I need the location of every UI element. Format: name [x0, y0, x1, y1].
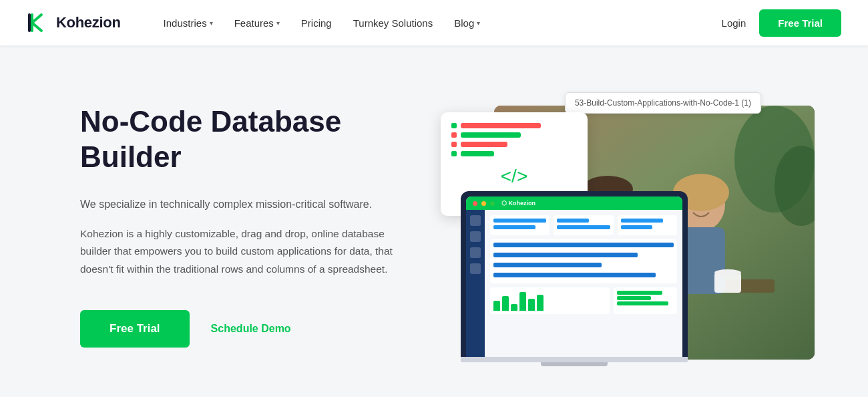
logo-icon	[27, 11, 51, 35]
data-bar	[617, 301, 668, 305]
laptop-mockup: ⬡ Kohezion	[461, 191, 688, 366]
sidebar-dot	[470, 215, 481, 226]
chevron-down-icon: ▾	[210, 19, 213, 27]
laptop-data-card	[490, 239, 677, 283]
laptop-base	[461, 357, 688, 362]
laptop-card	[490, 215, 550, 235]
data-bar	[621, 225, 653, 229]
ui-card-rows	[451, 123, 577, 156]
data-bar	[493, 263, 602, 267]
laptop-main-content	[485, 210, 682, 357]
window-dot-green	[490, 201, 495, 206]
sidebar-dot	[470, 247, 481, 258]
nav-item-turnkey[interactable]: Turnkey Solutions	[344, 12, 443, 34]
laptop-brand-text: ⬡ Kohezion	[501, 200, 535, 207]
laptop-card	[618, 215, 677, 235]
sidebar-dot	[470, 263, 481, 274]
bar-red-long	[461, 123, 541, 128]
data-bar	[557, 219, 589, 223]
laptop-screen-inner: ⬡ Kohezion	[466, 196, 682, 357]
schedule-demo-link[interactable]: Schedule Demo	[211, 323, 291, 335]
chevron-down-icon: ▾	[477, 19, 480, 27]
window-dot-yellow	[481, 201, 486, 206]
hero-subtitle: We specialize in technically complex mis…	[80, 196, 414, 213]
nav-item-pricing[interactable]: Pricing	[292, 12, 341, 34]
free-trial-button[interactable]: Free Trial	[759, 9, 841, 37]
hero-description: Kohezion is a highly customizable, drag …	[80, 225, 414, 278]
laptop-chart-row	[490, 287, 677, 314]
logo-text: Kohezion	[56, 14, 121, 31]
image-tooltip: 53-Build-Custom-Applications-with-No-Cod…	[565, 92, 761, 114]
data-bar	[493, 273, 656, 277]
code-icon: </>	[451, 166, 577, 187]
laptop-mini-card	[614, 287, 677, 314]
hero-title: No-Code Database Builder	[80, 104, 414, 175]
chart-bars	[493, 291, 606, 311]
logo[interactable]: Kohezion	[27, 11, 121, 35]
row-dot	[451, 123, 457, 128]
nav-item-industries[interactable]: Industries ▾	[154, 12, 222, 34]
chart-bar	[502, 296, 509, 311]
navbar: Kohezion Industries ▾ Features ▾ Pricing…	[0, 0, 868, 45]
nav-right: Login Free Trial	[722, 9, 841, 37]
nav-item-blog[interactable]: Blog ▾	[445, 12, 489, 34]
row-dot	[451, 142, 457, 147]
chevron-down-icon: ▾	[276, 19, 280, 27]
chart-bar	[528, 299, 535, 311]
bar-green-med	[461, 132, 521, 138]
login-link[interactable]: Login	[722, 17, 746, 29]
row-dot	[451, 151, 457, 156]
data-bar	[617, 291, 662, 295]
laptop-screen-outer: ⬡ Kohezion	[461, 191, 688, 357]
hero-right: 53-Build-Custom-Applications-with-No-Cod…	[441, 86, 815, 366]
ui-row	[451, 123, 577, 128]
laptop-content	[466, 210, 682, 357]
svg-point-15	[714, 269, 741, 276]
laptop-top-row	[490, 215, 677, 235]
window-dot-red	[473, 201, 477, 206]
chart-bar	[537, 295, 544, 311]
ui-row	[451, 132, 577, 138]
chart-bar	[519, 292, 526, 311]
data-bar	[493, 225, 535, 229]
chart-bar	[511, 304, 517, 311]
sidebar-dot	[470, 231, 481, 242]
laptop-sidebar	[466, 210, 485, 357]
row-dot	[451, 132, 457, 138]
data-bar	[493, 219, 546, 223]
data-bar	[493, 253, 638, 257]
ui-row	[451, 151, 577, 156]
bar-green-short	[461, 151, 494, 156]
ui-row	[451, 142, 577, 147]
data-bar	[493, 243, 674, 247]
bar-red-short	[461, 142, 507, 147]
nav-item-features[interactable]: Features ▾	[225, 12, 289, 34]
nav-links: Industries ▾ Features ▾ Pricing Turnkey …	[154, 12, 722, 34]
laptop-chart-card	[490, 287, 610, 314]
laptop-stand	[541, 362, 608, 366]
hero-left: No-Code Database Builder We specialize i…	[80, 104, 441, 348]
laptop-card	[554, 215, 613, 235]
hero-section: No-Code Database Builder We specialize i…	[0, 45, 868, 397]
laptop-titlebar: ⬡ Kohezion	[466, 196, 682, 210]
hero-free-trial-button[interactable]: Free Trial	[80, 310, 190, 348]
data-bar	[617, 296, 651, 300]
data-bar	[621, 219, 663, 223]
hero-buttons: Free Trial Schedule Demo	[80, 310, 414, 348]
chart-bar	[493, 301, 500, 311]
data-bar	[557, 225, 610, 229]
